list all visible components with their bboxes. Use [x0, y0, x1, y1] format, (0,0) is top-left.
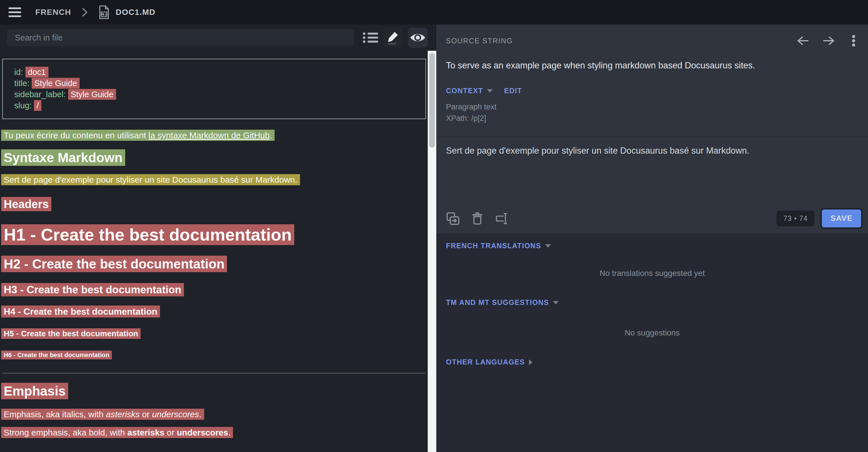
document-preview: id: doc1 title: Style Guide sidebar_labe…: [0, 51, 428, 452]
paragraph-emphasis: Emphasis, aka italics, with asterisks or…: [1, 409, 426, 420]
tm-empty-state: No suggestions: [446, 328, 858, 337]
source-string-translated[interactable]: Syntaxe Markdown: [1, 149, 125, 166]
french-translations-toggle[interactable]: FRENCH TRANSLATIONS: [446, 242, 858, 250]
save-button[interactable]: SAVE: [822, 209, 861, 227]
caret-down-icon: [553, 301, 559, 304]
character-count-badge: 73 • 74: [776, 211, 814, 226]
heading-h5: H5 - Create the best documentation: [1, 329, 426, 339]
copy-source-icon[interactable]: [446, 212, 460, 225]
breadcrumb-file[interactable]: M↓ DOC1.MD: [99, 5, 156, 19]
paragraph-strong: Strong emphasis, aka bold, with asterisk…: [1, 427, 426, 438]
translation-editor-app: FRENCH M↓ DOC1.MD: [0, 0, 868, 452]
heading-headers: Headers: [1, 197, 426, 211]
context-toggle[interactable]: CONTEXT: [446, 87, 493, 95]
file-preview-panel: id: doc1 title: Style Guide sidebar_labe…: [0, 25, 428, 452]
inline-link: la syntaxe Markdown de GitHub: [149, 131, 270, 140]
source-string-translated[interactable]: Tu peux écrire du contenu en utilisant l…: [1, 130, 275, 141]
caret-down-icon: [545, 244, 551, 248]
suggestions-area: FRENCH TRANSLATIONS No translations sugg…: [436, 233, 868, 452]
svg-text:M↓: M↓: [101, 12, 107, 17]
caret-right-icon: [529, 359, 532, 365]
context-type: Paragraph text: [446, 101, 858, 112]
scrollbar-thumb[interactable]: [429, 53, 435, 148]
more-options-icon[interactable]: [852, 35, 856, 47]
heading-h1: H1 - Create the best documentation: [1, 225, 426, 245]
previous-string-icon[interactable]: [797, 36, 810, 45]
source-string[interactable]: Emphasis, aka italics, with asterisks or…: [1, 409, 204, 420]
chevron-right-icon: [82, 8, 88, 17]
preview-scrollbar: [428, 25, 436, 452]
frontmatter-block: id: doc1 title: Style Guide sidebar_labe…: [2, 59, 426, 119]
search-input[interactable]: [7, 29, 354, 46]
edit-context-button[interactable]: EDIT: [504, 87, 522, 95]
source-string[interactable]: H6 - Create the best documentation: [1, 351, 112, 359]
source-string[interactable]: Style Guide: [68, 89, 116, 100]
frontmatter-row: sidebar_label: Style Guide: [14, 89, 414, 100]
caret-down-icon: [487, 89, 493, 93]
heading-h6: H6 - Create the best documentation: [1, 351, 426, 359]
source-string[interactable]: H2 - Create the best documentation: [1, 256, 227, 272]
source-string[interactable]: H5 - Create the best documentation: [1, 328, 141, 339]
tm-mt-suggestions-toggle[interactable]: TM AND MT SUGGESTIONS: [446, 298, 858, 306]
heading-h3: H3 - Create the best documentation: [1, 283, 426, 296]
paragraph-intro: Tu peux écrire du contenu en utilisant l…: [1, 130, 426, 141]
paragraph-selected: Sert de page d'exemple pour styliser un …: [1, 174, 426, 185]
source-string[interactable]: doc1: [25, 67, 49, 77]
heading-emphasis: Emphasis: [1, 383, 426, 399]
heading-h2: H2 - Create the best documentation: [1, 256, 426, 272]
context-xpath: XPath: /p[2]: [446, 112, 858, 124]
preview-mode-button[interactable]: [408, 28, 428, 47]
heading-h4: H4 - Create the best documentation: [1, 306, 426, 317]
breadcrumb-file-name: DOC1.MD: [116, 8, 156, 17]
context-info: Paragraph text XPath: /p[2]: [436, 101, 868, 124]
frontmatter-row: slug: /: [14, 100, 414, 111]
edit-mode-button[interactable]: [383, 28, 403, 47]
source-string-selected[interactable]: Sert de page d'exemple pour styliser un …: [1, 174, 300, 185]
next-string-icon[interactable]: [822, 36, 835, 45]
breadcrumb-project[interactable]: FRENCH: [35, 8, 71, 17]
source-string[interactable]: Style Guide: [32, 78, 80, 89]
source-string[interactable]: Headers: [1, 197, 51, 211]
string-list-icon[interactable]: [363, 32, 378, 43]
source-string-card: SOURCE STRING To serve as an example: [436, 25, 868, 233]
markdown-file-icon: M↓: [99, 5, 110, 19]
frontmatter-row: id: doc1: [14, 67, 414, 78]
source-string[interactable]: H1 - Create the best documentation: [1, 224, 294, 245]
source-string[interactable]: H3 - Create the best documentation: [1, 283, 184, 296]
heading-markdown-syntax: Syntaxe Markdown: [1, 150, 426, 165]
source-string[interactable]: Strong emphasis, aka bold, with asterisk…: [1, 427, 233, 438]
source-string-header: SOURCE STRING: [436, 25, 868, 47]
menu-icon[interactable]: [8, 7, 21, 17]
context-controls: CONTEXT EDIT: [436, 87, 868, 95]
pencil-icon: [387, 31, 399, 44]
source-string[interactable]: Emphasis: [1, 383, 68, 399]
main-area: id: doc1 title: Style Guide sidebar_labe…: [0, 25, 868, 452]
source-string[interactable]: H4 - Create the best documentation: [1, 305, 160, 318]
scrollbar-track[interactable]: [428, 51, 436, 452]
source-text: To serve as an example page when styling…: [436, 60, 868, 71]
search-toolbar: [0, 25, 428, 51]
other-languages-toggle[interactable]: OTHER LANGUAGES: [446, 358, 858, 366]
top-bar: FRENCH M↓ DOC1.MD: [0, 0, 868, 25]
select-text-icon[interactable]: [495, 212, 509, 225]
source-string-label: SOURCE STRING: [446, 37, 513, 45]
translation-panel: SOURCE STRING To serve as an example: [436, 25, 868, 452]
translation-input[interactable]: Sert de page d'exemple pour styliser un …: [436, 136, 868, 209]
eye-icon: [410, 32, 426, 43]
frontmatter-row: title: Style Guide: [14, 78, 414, 89]
delete-translation-icon[interactable]: [470, 212, 484, 225]
horizontal-rule: [2, 373, 425, 374]
translation-toolbar: 73 • 74 SAVE: [436, 209, 868, 233]
source-string[interactable]: /: [34, 100, 41, 111]
translations-empty-state: No translations suggested yet: [446, 269, 858, 278]
